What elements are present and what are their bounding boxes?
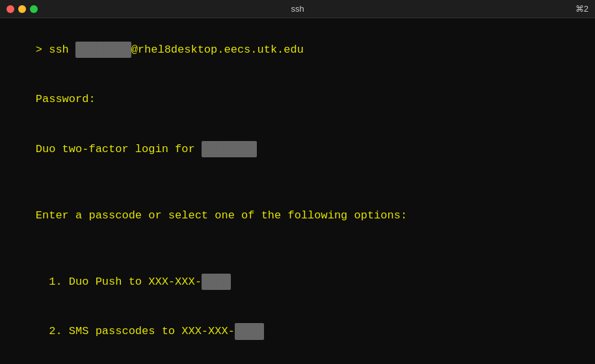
option2-line: 2. SMS passcodes to XXX-XXX-████ xyxy=(9,307,586,357)
window-shortcut: ⌘2 xyxy=(575,4,588,14)
traffic-lights xyxy=(7,5,38,13)
blank-line-2 xyxy=(9,240,586,257)
option1-line: 1. Duo Push to XXX-XXX-████ xyxy=(9,257,586,307)
enter-passcode-line: Enter a passcode or select one of the fo… xyxy=(9,190,586,240)
blank-line-1 xyxy=(9,174,586,191)
duo-login-line: Duo two-factor login for ████████ xyxy=(9,124,586,174)
password-label: Password: xyxy=(36,93,96,105)
maximize-button[interactable] xyxy=(30,5,38,13)
option2-text: 2. SMS passcodes to XXX-XXX- xyxy=(36,325,235,337)
redacted-phone2: ████ xyxy=(235,323,264,340)
redacted-duo-user: ████████ xyxy=(202,141,258,158)
close-button[interactable] xyxy=(7,5,14,13)
duo-login-text: Duo two-factor login for xyxy=(36,143,202,155)
minimize-button[interactable] xyxy=(18,5,26,13)
redacted-phone1: ████ xyxy=(202,274,231,291)
ssh-keyword: ssh xyxy=(49,44,75,56)
title-bar: ssh ⌘2 xyxy=(0,0,595,18)
ssh-command-line: > ssh ████████@rhel8desktop.eecs.utk.edu xyxy=(9,25,586,75)
option1-text: 1. Duo Push to XXX-XXX- xyxy=(36,276,202,288)
redacted-username: ████████ xyxy=(75,42,131,58)
window-title: ssh xyxy=(291,4,304,14)
prompt: > xyxy=(36,44,49,56)
enter-passcode-text: Enter a passcode or select one of the fo… xyxy=(36,209,407,222)
blank-line-3 xyxy=(9,356,586,364)
terminal-area[interactable]: > ssh ████████@rhel8desktop.eecs.utk.edu… xyxy=(0,18,595,364)
ssh-host: @rhel8desktop.eecs.utk.edu xyxy=(131,44,304,56)
password-prompt-line: Password: xyxy=(9,75,586,125)
